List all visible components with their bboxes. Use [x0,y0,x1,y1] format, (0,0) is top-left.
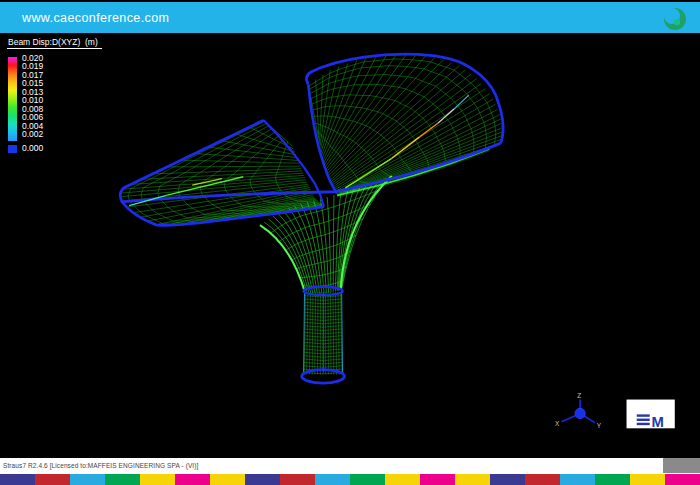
footer-color-block [385,474,420,485]
footer-color-block [560,474,595,485]
footer-color-block [0,474,35,485]
slide: www.caeconference.com ZXYM Beam Disp:D(X… [0,0,700,485]
axis-triad-icon: ZXY [555,392,602,430]
footer-color-block [105,474,140,485]
footer-color-block [525,474,560,485]
axis-label: Z [577,392,581,399]
blue-edges [120,54,503,383]
footer-color-block [210,474,245,485]
footer-color-strip [0,474,700,485]
legend-below-min-chip [8,145,17,153]
axis-label: X [555,420,560,427]
footer-color-block [315,474,350,485]
footer-color-block [140,474,175,485]
legend-color-bar [8,57,17,141]
right-canopy-mesh [308,55,502,194]
left-canopy-mesh [121,120,322,225]
footer-color-block [70,474,105,485]
footer-color-block [490,474,525,485]
status-bar: Straus7 R2.4.6 [Licensed to:MAFFEIS ENGI… [0,458,700,474]
footer-color-block [630,474,665,485]
footer-color-block [455,474,490,485]
fem-model-canvas[interactable]: ZXYM [0,33,700,458]
corner-logo: M [627,400,675,431]
header-banner: www.caeconference.com [0,2,700,33]
footer-color-block [350,474,385,485]
footer-color-block [595,474,630,485]
legend-label: 0.002 [22,130,43,139]
axis-label: Y [597,422,602,429]
legend-label: 0.000 [22,144,43,153]
contour-highlights [129,95,469,205]
footer-color-block [665,474,700,485]
swirl-logo-icon [660,5,690,33]
footer-color-block [175,474,210,485]
viewport[interactable]: ZXYM Beam Disp:D(XYZ) (m) 0.0200.0190.01… [0,33,700,458]
footer-color-block [280,474,315,485]
footer-color-block [35,474,70,485]
legend-title: Beam Disp:D(XYZ) (m) [7,37,102,49]
footer-color-block [420,474,455,485]
corner-logo-letter: M [652,414,664,430]
license-text: Straus7 R2.4.6 [Licensed to:MAFFEIS ENGI… [3,462,198,469]
footer-color-block [245,474,280,485]
banner-url[interactable]: www.caeconference.com [0,11,169,25]
corner-logo-gray-block [663,458,700,473]
funnel-mesh [260,149,489,294]
